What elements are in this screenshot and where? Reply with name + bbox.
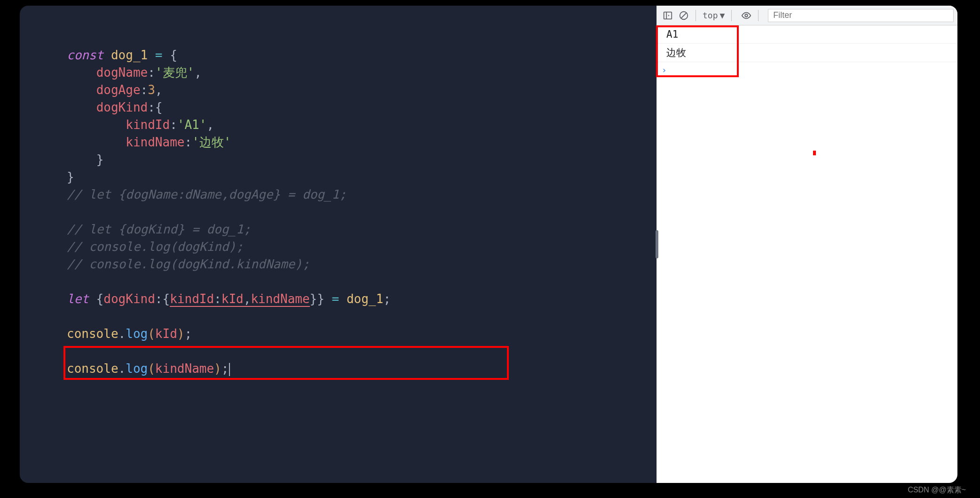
brace: }} bbox=[310, 292, 324, 306]
argument: kindName bbox=[155, 361, 214, 376]
svg-rect-0 bbox=[664, 12, 672, 19]
string-value: '边牧' bbox=[192, 135, 231, 149]
filter-input[interactable] bbox=[768, 9, 954, 22]
code-content: const dog_1 = { dogName:'麦兜', dogAge:3, … bbox=[20, 29, 656, 378]
brace: } bbox=[96, 153, 104, 167]
text-cursor bbox=[229, 363, 230, 376]
semicolon: ; bbox=[383, 292, 391, 306]
brace: { bbox=[155, 100, 163, 114]
string-value: '麦兜' bbox=[155, 65, 194, 80]
colon: : bbox=[141, 83, 148, 97]
property: kindName bbox=[126, 135, 184, 149]
chevron-down-icon: ▼ bbox=[720, 10, 725, 20]
toolbar-separator bbox=[758, 10, 759, 21]
ide-window: const dog_1 = { dogName:'麦兜', dogAge:3, … bbox=[20, 6, 957, 483]
colon: : bbox=[184, 135, 192, 149]
dot: . bbox=[119, 327, 126, 341]
clear-console-icon[interactable] bbox=[677, 8, 691, 23]
comment: // let {dogName:dName,dogAge} = dog_1; bbox=[67, 187, 347, 201]
console-toolbar: top ▼ bbox=[657, 6, 957, 25]
console-log-output: A1 bbox=[657, 25, 957, 44]
comment: // console.log(dogKind.kindName); bbox=[67, 257, 310, 271]
number-value: 3 bbox=[148, 83, 155, 97]
devtools-console-pane: top ▼ A1 边牧 › bbox=[656, 6, 957, 483]
variable: dog_1 bbox=[347, 292, 383, 306]
colon: : bbox=[155, 292, 163, 306]
log-method: log bbox=[126, 361, 148, 376]
paren: ( bbox=[148, 361, 155, 376]
comma: , bbox=[206, 118, 214, 132]
variable: dog_1 bbox=[111, 48, 148, 62]
live-expression-icon[interactable] bbox=[739, 8, 753, 23]
comment: // let {dogKind} = dog_1; bbox=[67, 222, 251, 236]
svg-point-4 bbox=[745, 14, 748, 17]
paren: ( bbox=[148, 327, 155, 341]
console-object: console bbox=[67, 327, 119, 341]
toggle-sidebar-icon[interactable] bbox=[661, 8, 675, 23]
colon: : bbox=[148, 65, 155, 80]
comma: , bbox=[155, 83, 163, 97]
console-log-output: 边牧 bbox=[657, 44, 957, 62]
property: kindName bbox=[251, 292, 309, 306]
svg-line-3 bbox=[681, 13, 687, 18]
colon: : bbox=[148, 100, 155, 114]
console-prompt[interactable]: › bbox=[657, 62, 957, 78]
console-output-area[interactable]: A1 边牧 › bbox=[657, 25, 957, 483]
comma: , bbox=[244, 292, 251, 306]
toolbar-separator bbox=[731, 10, 732, 21]
semicolon: ; bbox=[221, 361, 229, 376]
code-editor-pane[interactable]: const dog_1 = { dogName:'麦兜', dogAge:3, … bbox=[20, 6, 656, 483]
property: dogKind bbox=[96, 100, 148, 114]
dot: . bbox=[119, 361, 126, 376]
property: dogKind bbox=[103, 292, 155, 306]
watermark: CSDN @@素素~ bbox=[908, 485, 966, 495]
console-object: console bbox=[67, 361, 119, 376]
annotation-dot bbox=[813, 151, 816, 155]
log-method: log bbox=[126, 327, 148, 341]
string-value: 'A1' bbox=[177, 118, 207, 132]
argument: kId bbox=[155, 327, 177, 341]
property: kindId bbox=[170, 292, 214, 306]
colon: : bbox=[170, 118, 177, 132]
comment: // console.log(dogKind); bbox=[67, 240, 244, 254]
property: kindId bbox=[126, 118, 170, 132]
brace: { bbox=[163, 292, 170, 306]
keyword: let bbox=[67, 292, 89, 306]
brace: { bbox=[170, 48, 177, 62]
comma: , bbox=[194, 65, 202, 80]
property: kId bbox=[221, 292, 244, 306]
paren: ) bbox=[177, 327, 185, 341]
operator: = bbox=[148, 48, 170, 62]
context-label: top bbox=[703, 10, 718, 20]
semicolon: ; bbox=[184, 327, 192, 341]
brace: } bbox=[67, 170, 74, 184]
toolbar-separator bbox=[695, 10, 696, 21]
brace: { bbox=[89, 292, 103, 306]
colon: : bbox=[214, 292, 221, 306]
context-selector[interactable]: top ▼ bbox=[701, 10, 727, 20]
operator: = bbox=[324, 292, 347, 306]
paren: ) bbox=[214, 361, 221, 376]
pane-resize-handle[interactable] bbox=[656, 230, 658, 258]
property: dogAge bbox=[96, 83, 141, 97]
keyword: const bbox=[67, 48, 103, 62]
property: dogName bbox=[96, 65, 148, 80]
